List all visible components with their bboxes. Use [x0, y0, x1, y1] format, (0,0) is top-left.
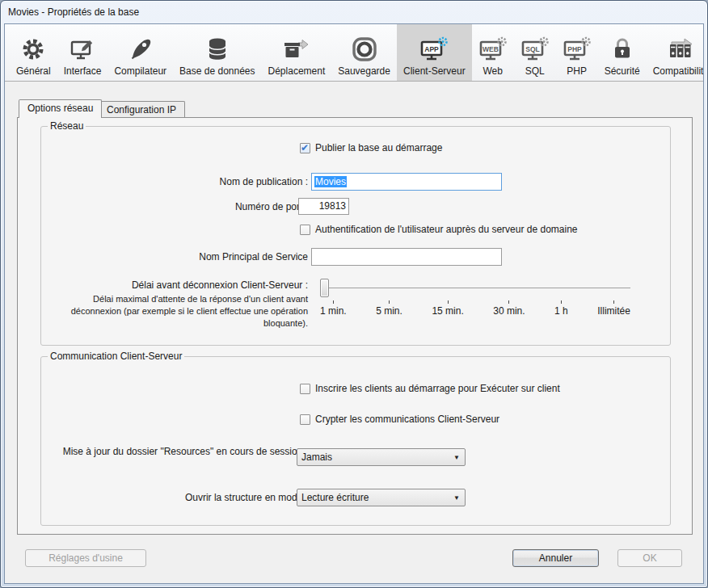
toolbar-item-label: SQL [525, 65, 545, 77]
communication-groupbox: Communication Client-Serveur Inscrire le… [40, 356, 671, 526]
checkbox-box [300, 384, 310, 394]
toolbar-item-label: Général [16, 65, 51, 77]
chevron-down-icon: ▼ [453, 454, 461, 461]
toolbar-item-interface[interactable]: Interface [57, 24, 108, 81]
toolbar-item-label: Compilateur [114, 65, 166, 77]
chevron-down-icon: ▼ [453, 494, 461, 502]
checkbox-box [300, 143, 310, 153]
toolbar-item-general[interactable]: Général [10, 24, 57, 81]
tick-label: 1 min. [320, 305, 347, 317]
svg-text:SQL: SQL [525, 45, 539, 53]
slider-ticks: 1 min. 5 min. 15 min. 30 min. 1 h Illimi… [320, 300, 630, 317]
spn-input[interactable] [311, 248, 502, 266]
toolbar-item-label: Compatibilité [653, 65, 704, 77]
titlebar[interactable]: Movies - Propriétés de la base [1, 1, 707, 23]
window-title: Movies - Propriétés de la base [8, 6, 139, 18]
toolbar-item-database[interactable]: Base de données [173, 24, 261, 81]
combo-value: Lecture écriture [301, 492, 453, 503]
network-groupbox: Réseau Publier la base au démarrage Nom … [40, 126, 671, 346]
toolbar-item-label: Sécurité [605, 65, 640, 77]
gear-icon [19, 33, 47, 65]
web-monitor-gear-icon: WEB [478, 33, 508, 65]
toolbar-item-php[interactable]: PHP PHP [556, 24, 598, 81]
app-monitor-gear-icon: APP [419, 33, 449, 65]
svg-text:WEB: WEB [483, 45, 499, 53]
factory-settings-button[interactable]: Réglages d'usine [25, 549, 146, 567]
timeout-slider[interactable]: 1 min. 5 min. 15 min. 30 min. 1 h Illimi… [320, 279, 630, 317]
publication-name-input[interactable]: Movies [311, 173, 502, 191]
checkbox-box [300, 414, 310, 425]
toolbar-item-label: Déplacement [268, 65, 326, 77]
port-value: 19813 [319, 200, 346, 212]
slider-thumb[interactable] [320, 279, 329, 297]
toolbar-item-label: Base de données [179, 65, 255, 77]
box-arrow-icon [282, 33, 311, 65]
life-ring-icon [351, 33, 378, 65]
toolbar-item-compiler[interactable]: Compilateur [107, 24, 173, 81]
resources-update-combo[interactable]: Jamais ▼ [297, 448, 466, 466]
structure-mode-label: Ouvrir la structure en mode : [41, 492, 308, 503]
properties-dialog: Movies - Propriétés de la base Général [0, 0, 708, 588]
lock-icon [609, 33, 636, 65]
tick-label: Illimitée [597, 305, 630, 317]
domain-auth-checkbox[interactable]: Authentification de l'utilisateur auprès… [300, 224, 578, 235]
tick-label: 15 min. [432, 305, 463, 317]
checkbox-box [300, 225, 310, 235]
port-number-input[interactable]: 19813 [298, 198, 349, 215]
resources-update-label: Mise à jour du dossier "Resources" en co… [41, 446, 308, 457]
checkbox-label: Crypter les communications Client-Serveu… [315, 414, 499, 425]
timeout-label: Délai avant déconnexion Client-Serveur : [41, 279, 308, 291]
toolbar-item-sql[interactable]: SQL SQL [514, 24, 556, 81]
binders-arrow-icon [666, 33, 695, 65]
encrypt-communications-checkbox[interactable]: Crypter les communications Client-Serveu… [300, 414, 499, 425]
timeout-help-text: Délai maximal d'attente de la réponse d'… [41, 293, 308, 330]
tab-label: Options réseau [27, 103, 93, 114]
monitor-pencil-icon [69, 33, 96, 65]
toolbar-item-deployment[interactable]: Déplacement [262, 24, 332, 81]
register-clients-checkbox[interactable]: Inscrire les clients au démarrage pour E… [300, 383, 560, 394]
sql-monitor-gear-icon: SQL [520, 33, 550, 65]
combo-value: Jamais [301, 452, 453, 463]
rocket-icon [127, 33, 154, 65]
checkbox-label: Inscrire les clients au démarrage pour E… [315, 383, 560, 394]
network-group-legend: Réseau [48, 120, 86, 132]
toolbar-item-label: Client-Serveur [403, 65, 466, 77]
svg-text:APP: APP [425, 45, 440, 53]
ok-button[interactable]: OK [617, 549, 682, 567]
toolbar-item-label: Sauvegarde [338, 65, 390, 77]
tab-label: Configuration IP [107, 104, 176, 116]
communication-group-legend: Communication Client-Serveur [48, 351, 184, 362]
network-options-panel: Réseau Publier la base au démarrage Nom … [17, 117, 693, 535]
toolbar-item-client-server[interactable]: APP Client-Serveur [397, 24, 472, 81]
selected-text: Movies [314, 176, 347, 187]
dialog-body: Général Interface [4, 23, 704, 584]
svg-text:PHP: PHP [567, 45, 582, 53]
cancel-button[interactable]: Annuler [512, 549, 599, 567]
php-monitor-gear-icon: PHP [563, 33, 592, 65]
toolbar-item-web[interactable]: WEB Web [472, 24, 514, 81]
tab-ip-configuration[interactable]: Configuration IP [98, 101, 185, 118]
tab-network-options[interactable]: Options réseau [19, 99, 102, 118]
publication-name-label: Nom de publication : [41, 176, 308, 187]
toolbar-item-label: PHP [567, 65, 587, 77]
toolbar-item-security[interactable]: Sécurité [598, 24, 647, 81]
checkbox-label: Publier la base au démarrage [315, 142, 442, 153]
tick-label: 1 h [554, 305, 568, 317]
toolbar-item-label: Web [483, 65, 502, 77]
toolbar-item-compatibility[interactable]: Compatibilité [647, 24, 704, 81]
tick-label: 30 min. [493, 305, 525, 317]
publish-database-checkbox[interactable]: Publier la base au démarrage [300, 142, 442, 153]
port-number-label: Numéro de port : [41, 201, 308, 212]
structure-mode-combo[interactable]: Lecture écriture ▼ [297, 489, 466, 506]
database-icon [204, 33, 231, 65]
tick-label: 5 min. [376, 305, 402, 317]
toolbar-item-label: Interface [64, 65, 102, 77]
checkbox-label: Authentification de l'utilisateur auprès… [315, 224, 578, 235]
spn-label: Nom Principal de Service [41, 251, 308, 262]
settings-toolbar: Général Interface [5, 24, 703, 82]
slider-track [320, 288, 630, 288]
toolbar-item-backup[interactable]: Sauvegarde [331, 24, 397, 81]
